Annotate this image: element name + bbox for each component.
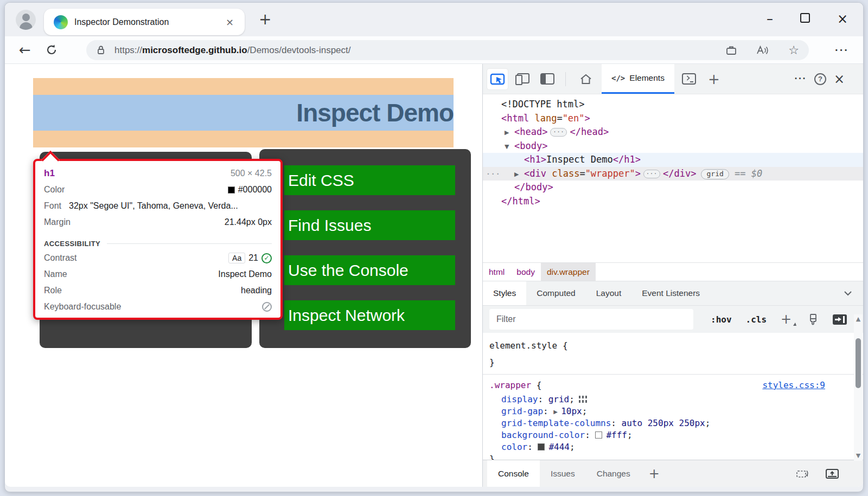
margin-label: Margin <box>44 217 71 227</box>
page-button[interactable]: Edit CSS <box>284 165 455 195</box>
toggle-class-button[interactable]: .cls <box>746 314 767 325</box>
maximize-button[interactable] <box>800 11 810 27</box>
expand-arrow-icon[interactable]: ▼ <box>505 140 512 154</box>
css-declaration[interactable]: grid-template-columns: auto 250px 250px; <box>489 417 857 429</box>
new-tab-button[interactable]: + <box>256 10 275 28</box>
address-bar[interactable]: https://microsoftedge.github.io/Demos/de… <box>86 40 809 60</box>
styles-filter-input[interactable] <box>489 309 693 330</box>
drawer-tab-console[interactable]: Console <box>487 460 540 487</box>
css-declaration[interactable]: background-color: #fff; <box>489 429 857 441</box>
css-property-value[interactable]: 10px <box>561 406 582 416</box>
dom-token: </html> <box>501 196 540 207</box>
collapsed-children-icon[interactable]: ··· <box>550 128 567 137</box>
tab-elements[interactable]: </> Elements <box>602 64 674 94</box>
page-button[interactable]: Find Issues <box>284 210 455 240</box>
collapse-sections-button[interactable] <box>844 281 852 305</box>
add-panel-button[interactable]: + <box>704 69 724 89</box>
expand-shorthand-icon[interactable]: ▶ <box>553 409 559 415</box>
url-text[interactable]: https://microsoftedge.github.io/Demos/de… <box>114 45 351 56</box>
element-style-rule[interactable]: element.style { } <box>483 333 863 373</box>
dom-tree-line[interactable]: </body> <box>483 181 863 195</box>
console-panel-button[interactable] <box>679 69 699 89</box>
css-property-name[interactable]: grid-gap <box>501 406 543 416</box>
browser-menu-button[interactable]: ··· <box>835 44 849 56</box>
device-emulation-button[interactable] <box>512 69 533 89</box>
css-declaration[interactable]: grid-gap: ▶ 10px; <box>489 405 857 417</box>
css-property-name[interactable]: display <box>501 394 538 404</box>
page-button[interactable]: Use the Console <box>284 255 455 285</box>
rendering-brush-button[interactable] <box>808 313 819 325</box>
color-swatch[interactable] <box>538 443 545 450</box>
tab-layout[interactable]: Layout <box>586 281 632 305</box>
refresh-button[interactable] <box>45 43 58 56</box>
dom-tree-line[interactable]: <h1>Inspect Demo</h1> <box>483 153 863 167</box>
dom-tree-line[interactable]: ···▶<div class="wrapper">···</div>grid =… <box>483 167 863 181</box>
css-property-value[interactable]: #fff <box>606 430 627 440</box>
css-declaration[interactable]: color: #444; <box>489 441 857 453</box>
dom-line-menu-icon[interactable]: ··· <box>486 167 500 181</box>
work-profile-icon[interactable] <box>725 45 737 56</box>
drawer-add-tab-button[interactable]: + <box>641 460 667 487</box>
breadcrumb-html[interactable]: html <box>483 263 510 281</box>
restart-frame-icon[interactable] <box>796 468 811 479</box>
console-drawer: Console Issues Changes + <box>483 460 863 487</box>
computed-sidebar-toggle-button[interactable] <box>833 314 847 325</box>
expand-arrow-icon[interactable]: ▶ <box>514 168 521 182</box>
rule-selector[interactable]: .wrapper <box>489 380 531 390</box>
css-property-name[interactable]: background-color <box>501 430 585 440</box>
css-property-value[interactable]: grid <box>548 394 570 404</box>
styles-scrollbar[interactable]: ▲ ▼ <box>854 314 863 461</box>
expand-arrow-icon[interactable]: ▶ <box>505 126 512 140</box>
favorites-star-icon[interactable]: ☆ <box>788 45 799 56</box>
drawer-tab-changes[interactable]: Changes <box>586 460 641 487</box>
dom-tree-line[interactable]: <html lang="en"> <box>483 112 863 126</box>
css-property-name[interactable]: grid-template-columns <box>501 418 611 428</box>
console-icon <box>682 73 696 85</box>
lock-icon[interactable] <box>96 45 106 55</box>
tab-styles[interactable]: Styles <box>483 281 526 305</box>
scrollbar-track[interactable] <box>854 324 863 451</box>
dom-tree-line[interactable]: </html> <box>483 195 863 209</box>
new-style-rule-button[interactable]: + <box>781 312 792 327</box>
punctuation: ; <box>582 406 588 416</box>
close-button[interactable]: × <box>837 11 848 27</box>
collapsed-children-icon[interactable]: ··· <box>643 170 660 178</box>
browser-tab[interactable]: Inspector Demonstration × <box>44 9 245 35</box>
color-swatch[interactable] <box>595 431 602 439</box>
read-aloud-icon[interactable] <box>756 45 770 56</box>
tab-event-listeners[interactable]: Event Listeners <box>631 281 710 305</box>
devtools-help-button[interactable]: ? <box>814 73 826 85</box>
css-property-value[interactable]: auto 250px 250px <box>622 418 705 428</box>
devtools-more-button[interactable]: ··· <box>794 73 806 85</box>
breadcrumb-div-wrapper[interactable]: div.wrapper <box>541 263 596 281</box>
scrollbar-thumb[interactable] <box>856 338 861 388</box>
css-declaration[interactable]: display: grid; <box>489 394 857 405</box>
drawer-tab-issues[interactable]: Issues <box>540 460 586 487</box>
page-button[interactable]: Inspect Network <box>284 300 455 330</box>
browser-window: Inspector Demonstration × + – × ← h <box>4 2 864 492</box>
scroll-down-arrow[interactable]: ▼ <box>856 451 860 461</box>
css-property-value[interactable]: #444 <box>548 442 570 452</box>
css-property-name[interactable]: color <box>501 442 527 452</box>
back-button[interactable]: ← <box>19 42 31 58</box>
welcome-home-button[interactable] <box>576 69 596 89</box>
dom-tree-line[interactable]: <!DOCTYPE html> <box>483 98 863 112</box>
stylesheet-source-link[interactable]: styles.css:9 <box>762 379 825 391</box>
grid-editor-icon[interactable] <box>579 396 587 403</box>
breadcrumb-body[interactable]: body <box>510 263 541 281</box>
dom-tree-line[interactable]: ▶<head>···</head> <box>483 125 863 139</box>
devtools-close-button[interactable]: × <box>834 72 845 87</box>
dom-tree-line[interactable]: ▼<body> <box>483 139 863 153</box>
toggle-hover-state-button[interactable]: :hov <box>711 314 732 325</box>
grid-badge[interactable]: grid <box>701 169 729 179</box>
profile-avatar[interactable] <box>16 10 36 30</box>
minimize-button[interactable]: – <box>767 11 773 27</box>
tab-computed[interactable]: Computed <box>526 281 586 305</box>
contrast-value: 21 <box>248 253 258 263</box>
inspect-element-button[interactable] <box>487 69 508 89</box>
expand-quick-view-icon[interactable] <box>825 468 839 479</box>
panel-layout-button[interactable] <box>537 69 558 89</box>
scroll-up-arrow[interactable]: ▲ <box>856 314 860 324</box>
tab-close-icon[interactable]: × <box>222 15 237 29</box>
url-path: /Demos/devtools-inspect/ <box>247 45 351 55</box>
